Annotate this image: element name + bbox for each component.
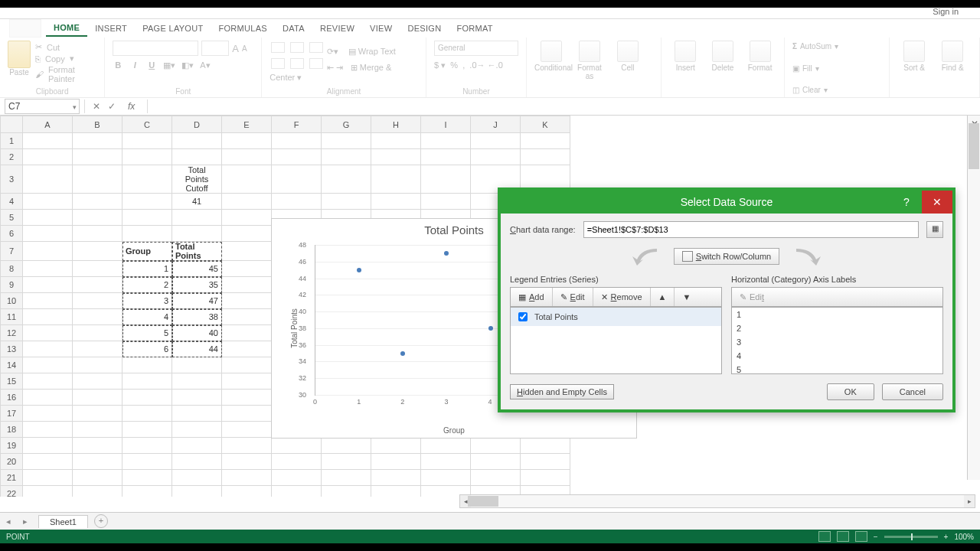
cell-D7[interactable]: Total Points (172, 242, 222, 261)
cell-A7[interactable] (23, 242, 73, 261)
switch-row-column-button[interactable]: Switch Row/Column (674, 248, 779, 265)
cell-B7[interactable] (73, 242, 122, 261)
cell-F2[interactable] (272, 149, 322, 165)
col-header-A[interactable]: A (23, 116, 73, 133)
cell-A15[interactable] (23, 373, 73, 390)
cell-C22[interactable] (122, 486, 172, 497)
row-header-8[interactable]: 8 (1, 261, 23, 277)
number-format-selector[interactable]: General (434, 41, 518, 56)
cell-I19[interactable] (421, 438, 471, 454)
row-header-15[interactable]: 15 (1, 373, 23, 390)
tab-nav-next[interactable]: ▸ (17, 517, 34, 527)
page-layout-view-button[interactable] (837, 531, 849, 542)
cell-E14[interactable] (222, 357, 272, 373)
cell-D2[interactable] (172, 149, 222, 165)
cell-H22[interactable] (371, 486, 421, 497)
cell-E17[interactable] (222, 406, 272, 422)
row-header-4[interactable]: 4 (1, 194, 23, 210)
row-header-19[interactable]: 19 (1, 438, 23, 454)
cell-E1[interactable] (222, 133, 272, 149)
tab-data[interactable]: DATA (275, 21, 312, 36)
cell-H21[interactable] (371, 470, 421, 486)
cell-A10[interactable] (23, 293, 73, 309)
cell-C12[interactable]: 5 (122, 325, 172, 341)
cell-D22[interactable] (172, 486, 222, 497)
cell-G21[interactable] (322, 470, 371, 486)
enter-formula-button[interactable]: ✓ (108, 101, 116, 112)
row-header-20[interactable]: 20 (1, 454, 23, 470)
cell-K1[interactable] (521, 133, 570, 149)
tab-design[interactable]: DESIGN (400, 21, 449, 36)
cell-I1[interactable] (421, 133, 471, 149)
fill-color-button[interactable]: ◧▾ (181, 60, 194, 70)
cell-B4[interactable] (73, 194, 122, 210)
cell-G1[interactable] (322, 133, 371, 149)
cell-B11[interactable] (73, 309, 122, 325)
cell-D14[interactable] (172, 357, 222, 373)
row-header-17[interactable]: 17 (1, 406, 23, 422)
cell-C8[interactable]: 1 (122, 261, 172, 277)
cell-K21[interactable] (521, 470, 570, 486)
cell-C19[interactable] (122, 438, 172, 454)
cell-H4[interactable] (371, 194, 421, 210)
ok-button[interactable]: OK (827, 383, 874, 400)
cell-D9[interactable]: 35 (172, 277, 222, 293)
tab-nav-prev[interactable]: ◂ (0, 517, 17, 527)
cell-B14[interactable] (73, 357, 122, 373)
cell-D19[interactable] (172, 438, 222, 454)
cell-A1[interactable] (23, 133, 73, 149)
cancel-formula-button[interactable]: ✕ (93, 101, 100, 112)
fx-icon[interactable]: fx (123, 101, 139, 112)
cell-A5[interactable] (23, 210, 73, 226)
format-painter-button[interactable]: 🖌Format Painter (35, 65, 96, 83)
cell-E22[interactable] (222, 486, 272, 497)
cell-A19[interactable] (23, 438, 73, 454)
wrap-text-button[interactable]: ▤ Wrap Text (348, 47, 396, 56)
cell-G20[interactable] (322, 454, 371, 470)
paste-icon[interactable] (8, 41, 31, 68)
col-header-E[interactable]: E (222, 116, 272, 133)
col-header-B[interactable]: B (73, 116, 122, 133)
tab-review[interactable]: REVIEW (312, 21, 362, 36)
series-item[interactable]: Total Points (511, 308, 721, 326)
normal-view-button[interactable] (818, 531, 831, 542)
cell-C9[interactable]: 2 (122, 277, 172, 293)
cell-H19[interactable] (371, 438, 421, 454)
tab-home[interactable]: HOME (46, 20, 87, 37)
clear-button[interactable]: ◫Clear▾ (792, 86, 881, 94)
autosum-button[interactable]: AutoSum▾ (792, 42, 881, 51)
row-header-22[interactable]: 22 (1, 486, 23, 497)
axis-labels-listbox[interactable]: 12345 (731, 307, 943, 374)
axis-edit-button[interactable]: ✎Edit (732, 288, 772, 306)
cut-button[interactable]: Cut (35, 42, 96, 52)
series-remove-button[interactable]: ✕Remove (593, 288, 651, 306)
cell-B12[interactable] (73, 325, 122, 341)
cell-J21[interactable] (471, 470, 521, 486)
italic-button[interactable]: I (129, 60, 140, 70)
cell-B3[interactable] (73, 165, 122, 194)
shrink-font-icon[interactable]: A (242, 44, 247, 53)
cell-C15[interactable] (122, 373, 172, 390)
cell-B16[interactable] (73, 390, 122, 406)
cell-G19[interactable] (322, 438, 371, 454)
cell-B21[interactable] (73, 470, 122, 486)
cell-D1[interactable] (172, 133, 222, 149)
cell-E10[interactable] (222, 293, 272, 309)
col-header-G[interactable]: G (322, 116, 371, 133)
chart-data-range-input[interactable] (583, 221, 919, 238)
axis-label-item[interactable]: 3 (732, 335, 942, 349)
cell-B18[interactable] (73, 422, 122, 438)
cell-F20[interactable] (272, 454, 322, 470)
decrease-indent-button[interactable]: ⇤ (327, 63, 334, 72)
cell-A6[interactable] (23, 226, 73, 242)
cell-A22[interactable] (23, 486, 73, 497)
cell-A11[interactable] (23, 309, 73, 325)
paste-button[interactable]: Paste (8, 68, 31, 77)
cell-D8[interactable]: 45 (172, 261, 222, 277)
cell-E3[interactable] (222, 165, 272, 194)
cell-B6[interactable] (73, 226, 122, 242)
axis-label-item[interactable]: 2 (732, 321, 942, 335)
cell-C17[interactable] (122, 406, 172, 422)
cell-C13[interactable]: 6 (122, 341, 172, 357)
hscroll-thumb[interactable] (468, 496, 498, 507)
